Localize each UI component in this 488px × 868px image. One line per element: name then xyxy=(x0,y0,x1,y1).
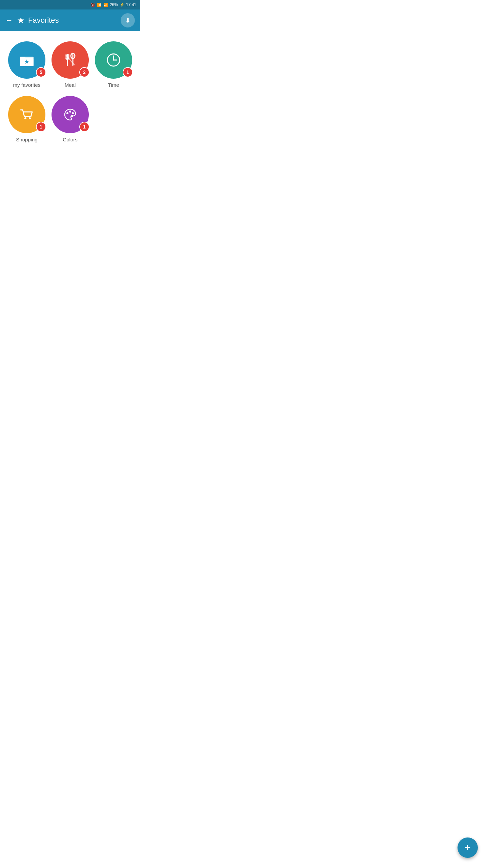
badge-meal: 2 xyxy=(79,67,89,77)
label-time: Time xyxy=(108,82,119,88)
category-meal[interactable]: 2 Meal xyxy=(50,41,90,88)
battery-text: 26% xyxy=(110,2,118,7)
status-bar: 🔇 📶 📶 26% ⚡ 17:41 xyxy=(0,0,140,9)
category-shopping[interactable]: 1 Shopping xyxy=(7,96,47,142)
label-meal: Meal xyxy=(65,82,76,88)
signal-icon: 📶 xyxy=(103,3,108,7)
empty-cell xyxy=(94,96,134,142)
badge-shopping: 1 xyxy=(36,122,46,132)
svg-point-13 xyxy=(66,112,68,114)
badge-favorites: 5 xyxy=(36,67,46,77)
page-title: Favorites xyxy=(28,16,59,25)
badge-colors: 1 xyxy=(79,122,89,132)
svg-point-12 xyxy=(29,117,31,119)
download-icon: ⬇ xyxy=(125,16,131,24)
content-area: 5 my favorites xyxy=(0,31,140,149)
back-button[interactable]: ← xyxy=(5,16,13,25)
label-colors: Colors xyxy=(63,137,77,142)
battery-icon: ⚡ xyxy=(120,3,124,7)
palette-icon xyxy=(61,106,79,123)
clock-icon xyxy=(105,51,122,69)
circle-wrapper-colors: 1 xyxy=(52,96,89,133)
svg-point-16 xyxy=(71,115,73,117)
category-time[interactable]: 1 Time xyxy=(94,41,134,88)
wifi-icon: 📶 xyxy=(97,3,102,7)
star-icon: ★ xyxy=(17,15,25,26)
cart-icon xyxy=(18,106,36,123)
app-bar: ← ★ Favorites ⬇ xyxy=(0,9,140,31)
circle-wrapper-shopping: 1 xyxy=(8,96,45,133)
label-shopping: Shopping xyxy=(16,137,37,142)
meal-icon xyxy=(61,51,79,69)
category-my-favorites[interactable]: 5 my favorites xyxy=(7,41,47,88)
folder-star-icon xyxy=(18,51,36,69)
badge-time: 1 xyxy=(123,67,133,77)
svg-point-14 xyxy=(69,111,71,113)
mute-icon: 🔇 xyxy=(90,3,95,7)
label-my-favorites: my favorites xyxy=(13,82,41,88)
circle-wrapper-favorites: 5 xyxy=(8,41,45,79)
svg-point-15 xyxy=(72,112,74,114)
category-grid-row2: 1 Shopping 1 Colors xyxy=(7,96,134,142)
circle-wrapper-meal: 2 xyxy=(52,41,89,79)
category-colors[interactable]: 1 Colors xyxy=(50,96,90,142)
time-text: 17:41 xyxy=(126,2,136,7)
download-button[interactable]: ⬇ xyxy=(121,13,135,27)
app-bar-title-group: ★ Favorites xyxy=(17,15,59,26)
category-grid-row1: 5 my favorites xyxy=(7,41,134,88)
circle-wrapper-time: 1 xyxy=(95,41,132,79)
svg-point-11 xyxy=(24,117,26,119)
app-bar-left: ← ★ Favorites xyxy=(5,15,59,26)
status-icons: 🔇 📶 📶 26% ⚡ 17:41 xyxy=(90,2,136,7)
